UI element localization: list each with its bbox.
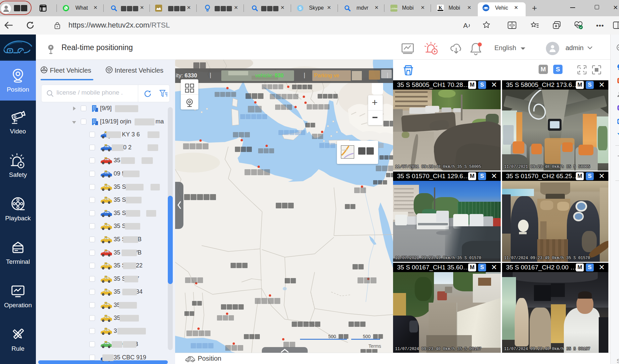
svg-text:LuView: LuView (390, 7, 397, 10)
svg-text:A: A (463, 22, 468, 29)
svg-text:K: K (439, 5, 442, 10)
svg-text:S: S (299, 6, 301, 11)
